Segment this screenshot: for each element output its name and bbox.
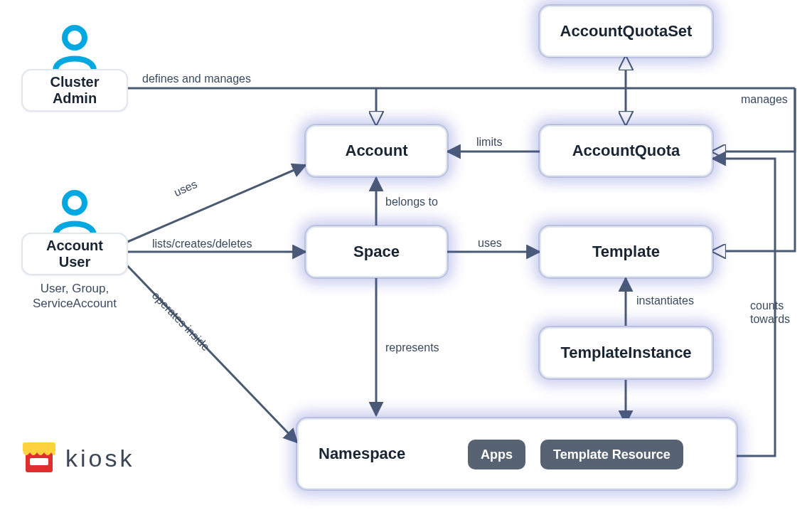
actor-account-user: Account User: [21, 233, 128, 275]
chip-label: Template Resource: [553, 447, 671, 462]
svg-rect-17: [30, 458, 48, 465]
edge-counts-towards: counts towards: [750, 299, 790, 326]
chip-apps: Apps: [468, 440, 525, 469]
user-icon: [48, 23, 101, 72]
svg-point-13: [65, 28, 85, 48]
node-label: Space: [353, 243, 400, 260]
node-template: Template: [540, 226, 712, 277]
node-label: AccountQuota: [572, 142, 680, 159]
svg-line-7: [121, 259, 297, 442]
edge-limits: limits: [476, 135, 502, 149]
edge-uses-account: uses: [172, 177, 200, 199]
svg-rect-16: [23, 442, 55, 452]
edge-instantiates: instantiates: [636, 294, 694, 307]
node-account-quota-set: AccountQuotaSet: [540, 6, 712, 57]
edge-defines-manages: defines and manages: [142, 72, 251, 85]
actor-account-user-subtext: User, Group, ServiceAccount: [28, 281, 121, 312]
edge-uses-template: uses: [478, 236, 502, 250]
node-label: Template: [592, 243, 660, 260]
node-space: Space: [306, 226, 447, 277]
edge-lcd: lists/creates/deletes: [152, 237, 252, 250]
kiosk-word: kiosk: [65, 445, 134, 472]
node-template-instance: TemplateInstance: [540, 327, 712, 378]
node-label: TemplateInstance: [560, 344, 691, 361]
chip-template-resource: Template Resource: [540, 440, 683, 469]
actor-cluster-admin: Cluster Admin: [21, 69, 128, 112]
node-label: AccountQuotaSet: [560, 22, 693, 40]
actor-label: Cluster Admin: [50, 74, 100, 107]
kiosk-icon: [23, 442, 55, 474]
node-account: Account: [306, 125, 447, 176]
user-icon: [48, 189, 101, 237]
actor-label: Account User: [46, 238, 103, 270]
edge-manages: manages: [741, 92, 788, 106]
svg-point-14: [65, 193, 85, 213]
node-label: Namespace: [319, 445, 405, 462]
edge-represents: represents: [385, 341, 439, 354]
edge-belongs-to: belongs to: [385, 195, 438, 208]
svg-line-5: [121, 165, 306, 245]
chip-label: Apps: [481, 447, 513, 462]
node-label: Account: [346, 142, 408, 159]
node-account-quota: AccountQuota: [540, 125, 712, 176]
edge-operates-inside: operates inside: [149, 289, 213, 354]
kiosk-brand: kiosk: [23, 442, 134, 474]
